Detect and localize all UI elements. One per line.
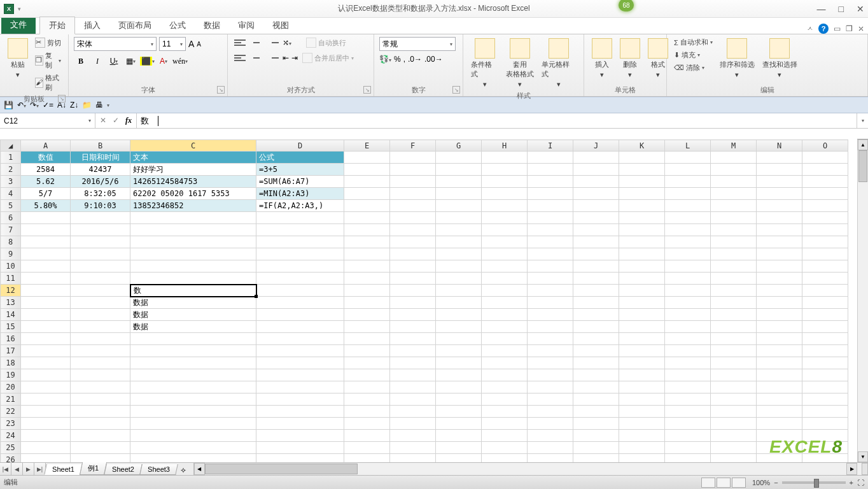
cell[interactable]: 14265124584753	[130, 176, 256, 188]
comma-button[interactable]: ,	[403, 55, 405, 64]
number-format-combo[interactable]: 常规▾	[379, 37, 456, 51]
fill-color-button[interactable]: ⬛▾	[140, 55, 154, 67]
underline-button[interactable]: U▾	[107, 55, 121, 67]
cell[interactable]: 13852346852	[130, 200, 256, 212]
col-header-J[interactable]: J	[573, 140, 619, 152]
percent-button[interactable]: %	[394, 55, 401, 64]
horizontal-scrollbar[interactable]: ◀ ▶	[193, 463, 868, 475]
scroll-thumb[interactable]	[858, 150, 867, 182]
col-header-H[interactable]: H	[482, 140, 528, 152]
cell[interactable]: 数据	[130, 297, 256, 309]
sheet-tab-4[interactable]: Sheet3	[139, 464, 178, 475]
cell[interactable]: =IF(A2,A2:A3,)	[256, 200, 344, 212]
qat-open-icon[interactable]: 📁	[82, 101, 92, 110]
clear-button[interactable]: ⌫清除▾	[672, 62, 715, 73]
row-header[interactable]: 1	[1, 152, 21, 164]
tab-insert[interactable]: 插入	[75, 17, 109, 34]
copy-button[interactable]: ❐复制▾	[33, 50, 63, 71]
scroll-left-icon[interactable]: ◀	[194, 463, 205, 475]
tab-file[interactable]: 文件	[1, 16, 36, 34]
font-launcher[interactable]: ↘	[217, 86, 225, 94]
row-header[interactable]: 7	[1, 224, 21, 236]
tab-page-layout[interactable]: 页面布局	[109, 17, 160, 34]
wrap-text-button[interactable]: 自动换行	[304, 37, 348, 48]
tab-split-handle[interactable]	[862, 463, 868, 475]
view-page-layout-button[interactable]	[717, 478, 731, 488]
col-header-O[interactable]: O	[802, 140, 848, 152]
decrease-decimal-button[interactable]: .00→	[424, 55, 443, 64]
row-header[interactable]: 13	[1, 297, 21, 309]
align-bottom-button[interactable]	[266, 37, 280, 48]
row-header[interactable]: 26	[1, 454, 21, 463]
formula-input[interactable]: 数	[137, 113, 857, 128]
sort-desc-icon[interactable]: Z↓	[70, 101, 78, 110]
cell[interactable]: =3+5	[256, 164, 344, 176]
font-color-button[interactable]: A▾	[157, 55, 171, 67]
cell[interactable]: 公式	[256, 152, 344, 164]
tab-home[interactable]: 开始	[39, 17, 75, 34]
cell[interactable]: 9:10:03	[71, 200, 130, 212]
row-header[interactable]: 2	[1, 164, 21, 176]
confirm-edit-icon[interactable]: ✓	[111, 116, 121, 125]
help-icon[interactable]: ?	[818, 24, 829, 34]
align-middle-button[interactable]	[249, 37, 263, 48]
minimize-ribbon-icon[interactable]: ㅅ	[807, 24, 813, 33]
row-header[interactable]: 18	[1, 357, 21, 369]
bold-button[interactable]: B	[74, 55, 88, 67]
cell[interactable]: 好好学习	[130, 164, 256, 176]
cell[interactable]: 2016/5/6	[71, 176, 130, 188]
row-header[interactable]: 15	[1, 321, 21, 333]
row-header[interactable]: 8	[1, 236, 21, 248]
row-header[interactable]: 5	[1, 200, 21, 212]
paste-button[interactable]: 粘贴▾	[5, 37, 31, 80]
align-left-button[interactable]	[233, 52, 247, 64]
cell[interactable]: 42437	[71, 164, 130, 176]
conditional-format-button[interactable]: 条件格式▾	[468, 37, 501, 90]
cell[interactable]: 数值	[21, 152, 71, 164]
new-sheet-button[interactable]: ✧	[177, 466, 190, 475]
col-header-A[interactable]: A	[21, 140, 71, 152]
zoom-out-button[interactable]: −	[774, 479, 778, 486]
qat-print-icon[interactable]: 🖶	[95, 101, 103, 110]
tab-data[interactable]: 数据	[195, 17, 229, 34]
window-options-icon[interactable]: ▭	[834, 24, 841, 33]
row-header[interactable]: 24	[1, 430, 21, 442]
align-right-button[interactable]	[266, 52, 280, 64]
view-page-break-button[interactable]	[732, 478, 746, 488]
increase-decimal-button[interactable]: .0→	[408, 55, 422, 64]
align-center-button[interactable]	[249, 52, 263, 64]
delete-cells-button[interactable]: 删除▾	[617, 37, 643, 80]
clipboard-launcher[interactable]: ↘	[58, 95, 66, 103]
fill-button[interactable]: ⬇填充▾	[672, 50, 715, 60]
row-header[interactable]: 22	[1, 406, 21, 418]
accounting-button[interactable]: 💱▾	[379, 55, 391, 64]
row-header[interactable]: 14	[1, 309, 21, 321]
row-header[interactable]: 20	[1, 381, 21, 393]
row-header[interactable]: 6	[1, 212, 21, 224]
view-normal-button[interactable]	[701, 478, 715, 488]
cell[interactable]	[344, 152, 390, 164]
select-all-corner[interactable]: ◢	[1, 140, 21, 152]
col-header-D[interactable]: D	[256, 140, 344, 152]
spreadsheet-grid[interactable]: ◢ A B C D E F G H I J K L M N O 1 数值 日期和…	[0, 139, 868, 462]
cell[interactable]: 文本	[130, 152, 256, 164]
find-select-button[interactable]: 查找和选择▾	[760, 37, 800, 80]
col-header-E[interactable]: E	[344, 140, 390, 152]
sheet-nav-next[interactable]: ▶	[23, 463, 34, 475]
align-launcher[interactable]: ↘	[363, 86, 371, 94]
qat-customize-icon[interactable]: ▾	[107, 103, 109, 108]
font-size-combo[interactable]: 11▾	[159, 37, 186, 51]
col-header-L[interactable]: L	[665, 140, 711, 152]
row-header[interactable]: 10	[1, 260, 21, 273]
zoom-fullscreen-icon[interactable]: ⛶	[857, 479, 864, 486]
align-top-button[interactable]	[233, 37, 247, 48]
format-as-table-button[interactable]: 套用 表格格式▾	[503, 37, 536, 90]
cell-styles-button[interactable]: 单元格样式▾	[539, 37, 578, 90]
hscroll-thumb[interactable]	[205, 464, 358, 474]
row-header[interactable]: 3	[1, 176, 21, 188]
col-header-G[interactable]: G	[436, 140, 482, 152]
name-box[interactable]: C12▾	[0, 113, 95, 128]
merge-center-button[interactable]: 合并后居中▾	[300, 52, 356, 64]
scroll-up-icon[interactable]: ▲	[858, 139, 868, 150]
col-header-K[interactable]: K	[619, 140, 665, 152]
